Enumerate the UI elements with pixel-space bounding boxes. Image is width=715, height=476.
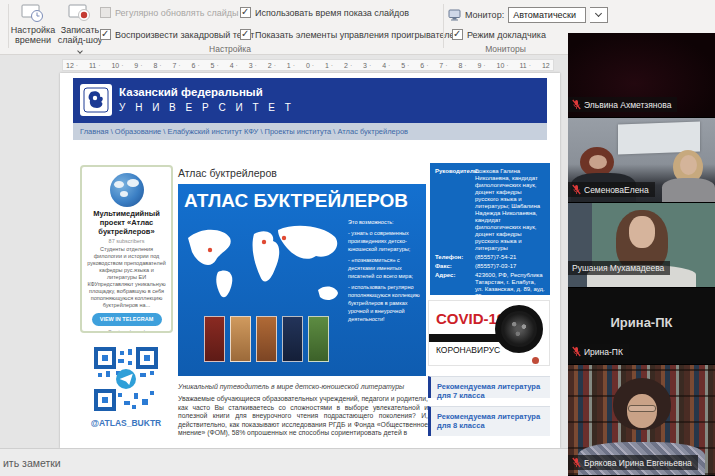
participant-tile[interactable]: Брякова Ирина Евгеньевна	[568, 365, 715, 476]
monitor-dropdown[interactable]: Автоматически	[508, 7, 586, 23]
checkbox-box	[452, 29, 463, 40]
book-cover	[282, 316, 303, 362]
participant-name-tag: Эльвина Ахметзянова	[568, 97, 677, 112]
virus-icon	[495, 305, 543, 353]
group-label-settings: Настройка	[120, 44, 340, 54]
telegram-channel-avatar	[110, 173, 144, 207]
info-row: Адрес: 423600, РФ, Республика Татарстан,…	[435, 272, 545, 300]
telegram-widget-card[interactable]: Мультимедийный проект «Атлас буктрейлеро…	[80, 165, 173, 333]
preview-channel-link[interactable]: Preview channel	[82, 329, 171, 333]
telegram-description: Студенты отделения филологии и истории п…	[82, 244, 171, 309]
recommended-literature-7-link[interactable]: Рекомендуемая литература для 7 класса	[428, 376, 550, 398]
glasses	[628, 405, 656, 412]
rehearse-timings-label-2: времени	[10, 35, 56, 45]
benefit-item: - использовать регулярно пополняющуюся к…	[348, 283, 422, 323]
checkbox-label: Показать элементы управления проигрывате…	[255, 30, 461, 40]
info-row: Факс: (85557)7-03-17	[435, 263, 545, 270]
video-conference-panel: Эльвина Ахметзянова СеменоваЕлена	[568, 33, 715, 476]
powerpoint-window: Настройка времени Записать слайд-шоу Рег…	[0, 0, 715, 476]
participant-tile[interactable]: Эльвина Ахметзянова	[568, 33, 715, 118]
red-dot	[532, 357, 539, 364]
participant-name: Брякова Ирина Евгеньевна	[584, 458, 692, 468]
dropdown-arrow-icon	[77, 48, 83, 54]
info-row: Телефон: (85557)7-54-21	[435, 254, 545, 261]
slide-canvas[interactable]: Казанский федеральный У Н И В Е Р С И Т …	[60, 73, 560, 448]
page-title: Атлас буктрейлеров	[178, 167, 277, 179]
ribbon-separator	[8, 4, 9, 48]
participant-name-tag: СеменоваЕлена	[568, 182, 655, 197]
view-in-telegram-button[interactable]: VIEW IN TELEGRAM	[92, 313, 162, 326]
benefits-intro: Это возможность:	[348, 218, 422, 226]
book-cover	[308, 316, 329, 362]
chevron-down-icon	[595, 10, 602, 17]
checkbox-box	[240, 29, 251, 40]
horizontal-ruler[interactable]: 1211109876543210123456789101112	[62, 59, 554, 71]
checkbox-show-media-controls[interactable]: Показать элементы управления проигрывате…	[240, 29, 461, 40]
tagline: Уникальный путеводитель в мире детско-юн…	[178, 383, 426, 390]
checkbox-presenter-view[interactable]: Режим докладчика	[452, 29, 546, 40]
monitor-dropdown-arrow[interactable]	[590, 7, 608, 23]
banner-title: АТЛАС БУКТРЕЙЛЕРОВ	[184, 190, 420, 212]
notes-placeholder: ить заметки	[3, 457, 61, 469]
checkbox-label: Использовать время показа слайдов	[255, 8, 409, 18]
checkbox-box	[100, 29, 111, 40]
covid-banner[interactable]: COVID-19 КОРОНАВИРУС	[428, 300, 550, 366]
rehearse-timings-label-1: Настройка	[10, 25, 56, 35]
checkbox-box	[240, 7, 251, 18]
benefit-item: - «познакомиться» с десятками именитых п…	[348, 256, 422, 280]
group-label-monitors: Мониторы	[443, 44, 568, 54]
checkbox-keep-slides-updated[interactable]: Регулярно обновлять слайды	[100, 7, 238, 18]
participant-display-name: Ирина-ПК	[568, 315, 715, 330]
book-covers	[204, 316, 329, 362]
contact-info-box: Руководитель: Божкова Галина Николаевна,…	[430, 163, 550, 295]
muted-mic-icon	[572, 184, 581, 195]
participant-name: СеменоваЕлена	[584, 185, 649, 195]
record-slideshow-button[interactable]: Записать слайд-шоу	[56, 3, 104, 55]
site-header: Казанский федеральный У Н И В Е Р С И Т …	[73, 78, 547, 123]
slide-record-icon	[68, 3, 92, 23]
checkbox-label: Воспроизвести закадровый текст	[115, 30, 254, 40]
monitor-label: Монитор:	[465, 10, 504, 20]
world-map	[180, 220, 348, 314]
participant-tile[interactable]: Рушания Мухамадеева	[568, 203, 715, 288]
kfu-logo	[80, 84, 112, 116]
checkbox-play-narrations[interactable]: Воспроизвести закадровый текст	[100, 29, 254, 40]
monitor-icon	[448, 9, 461, 21]
atlas-banner: АТЛАС БУКТРЕЙЛЕРОВ Это возможность:	[178, 184, 426, 376]
muted-mic-icon	[572, 457, 581, 468]
telegram-channel-title: Мультимедийный проект «Атлас буктрейлеро…	[82, 209, 171, 236]
record-slideshow-label-2: слайд-шоу	[56, 35, 104, 55]
site-title-line1: Казанский федеральный	[119, 86, 263, 98]
book-cover	[204, 316, 225, 362]
intro-paragraph: Уважаемые обучающиеся образовательных уч…	[178, 395, 428, 438]
checkbox-use-timings[interactable]: Использовать время показа слайдов	[240, 7, 409, 18]
participant-name: Рушания Мухамадеева	[572, 263, 664, 273]
recommended-literature-8-link[interactable]: Рекомендуемая литература для 8 класса	[428, 406, 550, 436]
book-cover	[230, 316, 251, 362]
participant-name-tag: Рушания Мухамадеева	[568, 261, 670, 275]
participant-name-tag: Ирина-ПК	[568, 344, 629, 359]
covid-subtitle: КОРОНАВИРУС	[436, 345, 500, 355]
muted-mic-icon	[572, 346, 581, 357]
banner-benefits-list: Это возможность: - узнать о современных …	[348, 218, 422, 326]
checkbox-label: Режим докладчика	[467, 30, 546, 40]
site-title-line2: У Н И В Е Р С И Т Е Т	[119, 102, 294, 113]
info-row: Руководитель: Божкова Галина Николаевна,…	[435, 168, 545, 252]
participant-name: Ирина-ПК	[584, 347, 623, 357]
participant-tile[interactable]: СеменоваЕлена	[568, 118, 715, 203]
breadcrumb[interactable]: Главная \ Образование \ Елабужский инсти…	[73, 123, 547, 140]
qr-code-block: @ATLAS_BUKTR	[86, 345, 166, 443]
checkbox-box	[100, 7, 111, 18]
participant-tile[interactable]: Ирина-ПК Ирина-ПК	[568, 288, 715, 365]
telegram-handle: @ATLAS_BUKTR	[86, 418, 166, 428]
rehearse-timings-button[interactable]: Настройка времени	[10, 3, 56, 45]
book-cover	[256, 316, 277, 362]
ribbon-separator	[443, 4, 444, 48]
slide-clock-icon	[21, 3, 45, 23]
checkbox-label: Регулярно обновлять слайды	[115, 8, 238, 18]
qr-code	[92, 345, 160, 413]
participant-name: Эльвина Ахметзянова	[584, 100, 671, 110]
record-slideshow-label-1: Записать	[56, 25, 104, 35]
benefit-item: - узнать о современных произведениях дет…	[348, 229, 422, 253]
participant-name-tag: Брякова Ирина Евгеньевна	[568, 455, 698, 470]
